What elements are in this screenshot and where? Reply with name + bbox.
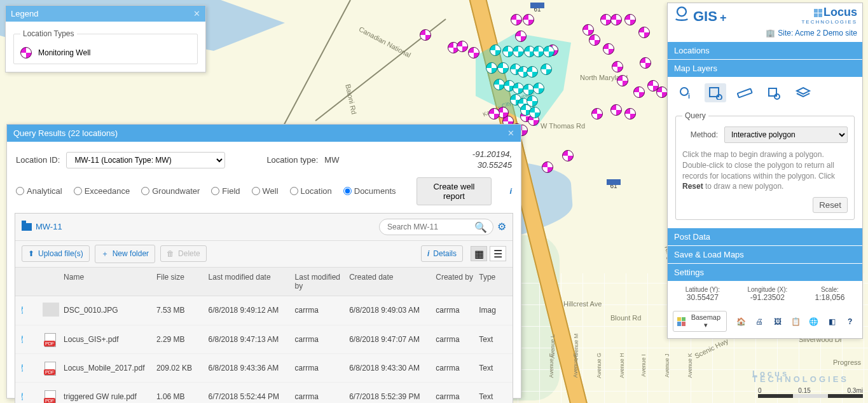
info-icon[interactable]: i — [22, 306, 23, 314]
info-icon[interactable]: i — [22, 364, 23, 372]
image-icon[interactable]: 🖼 — [771, 314, 785, 329]
tab-location[interactable]: Location — [290, 186, 332, 196]
well-point-selected[interactable] — [490, 44, 501, 56]
home-icon[interactable]: 🏠 — [734, 314, 748, 329]
identify-tool-icon[interactable]: i — [675, 83, 697, 102]
query-help-text: Click the map to begin drawing a polygon… — [682, 149, 848, 192]
well-point-selected[interactable] — [527, 66, 538, 78]
location-type-label: Location type: — [266, 155, 318, 165]
well-point-selected[interactable] — [513, 46, 524, 57]
well-point-selected[interactable] — [533, 83, 544, 94]
table-row[interactable]: iPDFtriggered GW rule.pdf1.06 MB6/7/2018… — [15, 383, 513, 403]
upload-icon: ⬆ — [28, 249, 34, 258]
well-point[interactable] — [562, 150, 574, 161]
info-icon[interactable]: i — [22, 393, 23, 400]
globe-icon[interactable]: 🌐 — [807, 314, 821, 329]
well-point[interactable] — [523, 14, 534, 25]
well-point[interactable] — [515, 31, 527, 42]
upload-button[interactable]: ⬆Upload file(s) — [22, 245, 90, 262]
legend-section-title: Location Types — [20, 29, 77, 38]
well-point[interactable] — [610, 104, 622, 116]
search-icon[interactable]: 🔍 — [474, 221, 487, 233]
measure-tool-icon[interactable] — [734, 83, 755, 102]
legend-header[interactable]: Legend ✕ — [6, 6, 205, 22]
new-folder-button[interactable]: ＋New folder — [95, 245, 155, 263]
well-point[interactable] — [468, 47, 479, 58]
table-row[interactable]: iPDFLocus_Mobile_2017.pdf209.02 KB6/8/20… — [15, 354, 513, 383]
well-point-selected[interactable] — [497, 62, 509, 74]
well-point-selected[interactable] — [541, 64, 552, 75]
tab-exceedance[interactable]: Exceedance — [74, 186, 130, 196]
location-id-select[interactable]: MW-11 (Location Type: MW) — [66, 152, 225, 168]
tab-well[interactable]: Well — [252, 186, 279, 196]
legend-title: Legend — [11, 9, 38, 18]
map-status-row: Latitude (Y):30.55427 Longitude (X):-91.… — [668, 281, 862, 307]
section-locations[interactable]: Locations — [668, 41, 862, 59]
well-point[interactable] — [603, 43, 614, 55]
pdf-icon: PDF — [43, 332, 58, 347]
well-point[interactable] — [624, 108, 636, 120]
svg-point-1 — [680, 88, 688, 95]
site-selector[interactable]: 🏢 Site: Acme 2 Demo site — [668, 29, 862, 41]
info-icon[interactable]: i — [509, 186, 512, 196]
well-point[interactable] — [624, 14, 636, 25]
help-icon[interactable]: ? — [843, 314, 857, 329]
select-tool-icon[interactable] — [763, 83, 785, 102]
well-point[interactable] — [457, 41, 468, 52]
method-select[interactable]: Interactive polygon — [724, 126, 848, 143]
tab-field[interactable]: Field — [211, 186, 240, 196]
reset-button[interactable]: Reset — [813, 197, 848, 213]
table-row[interactable]: iDSC_0010.JPG7.53 MB6/8/2018 9:49:12 AMc… — [15, 296, 513, 325]
well-point[interactable] — [656, 86, 668, 98]
list-view-toggle[interactable]: ☰ — [490, 246, 506, 261]
query-box: Query Method: Interactive polygon Click … — [675, 111, 855, 220]
globe-hand-icon — [673, 6, 691, 24]
well-point[interactable] — [582, 24, 594, 36]
well-point[interactable] — [420, 29, 431, 41]
spatial-query-tool-icon[interactable] — [705, 83, 726, 102]
pdf-icon: PDF — [43, 360, 58, 376]
grid-view-toggle[interactable]: ▦ — [471, 246, 487, 261]
well-point[interactable] — [633, 86, 645, 98]
grid-header: Name File size Last modified date Last m… — [15, 268, 513, 296]
tab-groundwater[interactable]: Groundwater — [141, 186, 200, 196]
plus-icon: ＋ — [101, 249, 109, 259]
details-button[interactable]: iDetails — [421, 245, 463, 262]
section-settings[interactable]: Settings — [668, 263, 862, 281]
well-point[interactable] — [591, 108, 603, 120]
tab-analytical[interactable]: Analytical — [16, 186, 62, 196]
location-coords: -91.20194,30.55245 — [472, 149, 512, 171]
well-point[interactable] — [617, 75, 628, 86]
layers-tool-icon[interactable] — [792, 83, 814, 102]
table-row[interactable]: iPDFLocus_GIS+.pdf2.29 MB6/8/2018 9:47:1… — [15, 325, 513, 354]
well-point[interactable] — [511, 14, 522, 25]
well-point-selected[interactable] — [486, 62, 497, 74]
well-point[interactable] — [589, 34, 600, 46]
create-well-report-button[interactable]: Create well report — [417, 177, 492, 205]
query-results-header[interactable]: Query Results (22 locations) ✕ — [7, 125, 521, 142]
folder-name[interactable]: MW-11 — [36, 222, 62, 231]
well-point[interactable] — [640, 57, 651, 69]
close-icon[interactable]: ✕ — [507, 128, 514, 138]
section-save-load[interactable]: Save & Load Maps — [668, 245, 862, 263]
pdf-icon: PDF — [43, 389, 58, 403]
well-point[interactable] — [638, 27, 650, 38]
well-point-selected[interactable] — [543, 46, 555, 57]
svg-point-0 — [677, 7, 686, 16]
close-icon[interactable]: ✕ — [193, 9, 200, 18]
tab-documents[interactable]: Documents — [343, 186, 396, 196]
legend-item: Monitoring Well — [20, 47, 191, 58]
gear-icon[interactable]: ⚙ — [497, 221, 506, 233]
basemap-button[interactable]: Basemap ▾ — [673, 311, 727, 332]
well-point[interactable] — [488, 108, 500, 120]
info-icon[interactable]: i — [22, 336, 23, 343]
section-post-data[interactable]: Post Data — [668, 228, 862, 245]
print-icon[interactable]: 🖨 — [752, 314, 766, 329]
well-point[interactable] — [610, 14, 622, 25]
section-map-layers[interactable]: Map Layers — [668, 59, 862, 77]
eraser-icon[interactable]: ◧ — [825, 314, 839, 329]
well-point[interactable] — [612, 61, 623, 72]
well-point-selected[interactable] — [529, 107, 541, 118]
list-icon[interactable]: 📋 — [789, 314, 803, 329]
well-point[interactable] — [542, 161, 553, 173]
